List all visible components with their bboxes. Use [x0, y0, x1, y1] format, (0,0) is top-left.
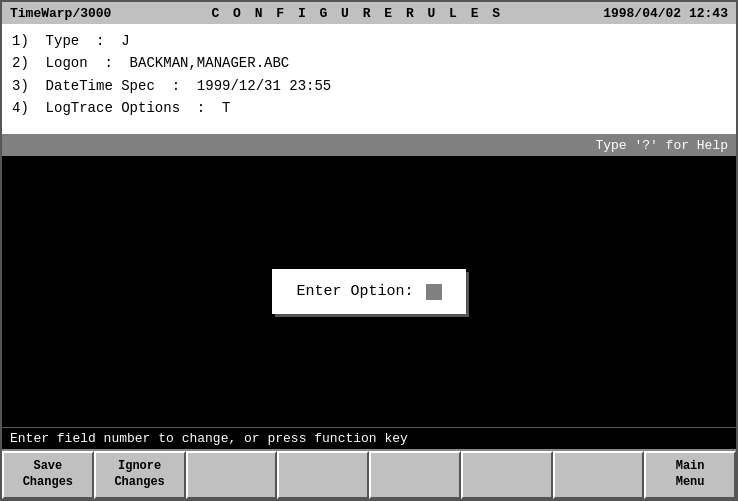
config-line-4: 4) LogTrace Options : T [12, 97, 726, 119]
f4-button [277, 451, 369, 499]
function-bar: Save Changes Ignore Changes Main Menu [2, 449, 736, 499]
status-message: Enter field number to change, or press f… [10, 431, 408, 446]
config-line-2: 2) Logon : BACKMAN,MANAGER.ABC [12, 52, 726, 74]
dialog-label: Enter Option: [296, 283, 413, 300]
header-bar: TimeWarp/3000 C O N F I G U R E R U L E … [2, 2, 736, 24]
f5-button [369, 451, 461, 499]
config-line-1: 1) Type : J [12, 30, 726, 52]
f7-button [553, 451, 645, 499]
input-cursor[interactable] [426, 284, 442, 300]
help-bar: Type '?' for Help [2, 134, 736, 156]
f6-button [461, 451, 553, 499]
main-content: 1) Type : J 2) Logon : BACKMAN,MANAGER.A… [2, 24, 736, 449]
app-title: TimeWarp/3000 [10, 6, 111, 21]
black-area: Enter Option: [2, 156, 736, 427]
config-line-3: 3) DateTime Spec : 1999/12/31 23:55 [12, 75, 726, 97]
page-title: C O N F I G U R E R U L E S [211, 6, 503, 21]
enter-option-dialog: Enter Option: [272, 269, 465, 314]
config-panel: 1) Type : J 2) Logon : BACKMAN,MANAGER.A… [2, 24, 736, 134]
header-datetime: 1998/04/02 12:43 [603, 6, 728, 21]
main-menu-button[interactable]: Main Menu [644, 451, 736, 499]
ignore-changes-button[interactable]: Ignore Changes [94, 451, 186, 499]
f3-button [186, 451, 278, 499]
help-hint: Type '?' for Help [595, 138, 728, 153]
status-bar: Enter field number to change, or press f… [2, 427, 736, 449]
save-changes-button[interactable]: Save Changes [2, 451, 94, 499]
